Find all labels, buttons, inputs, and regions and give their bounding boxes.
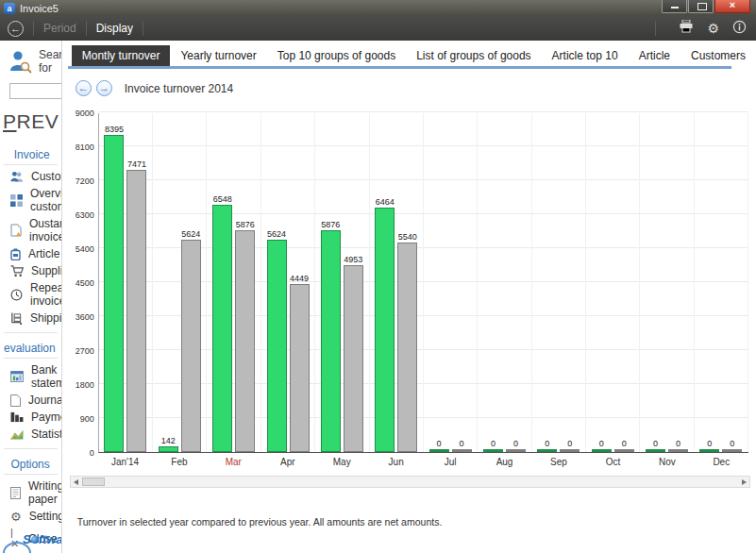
scrollbar-thumb[interactable]	[82, 478, 105, 486]
sidebar-item-statistics[interactable]: Statistics	[4, 426, 58, 443]
sidebar-item-label: Oustanding invoices	[29, 217, 62, 243]
month-label: Sep	[531, 457, 585, 467]
tab-customers[interactable]: Customers	[680, 45, 756, 66]
toolbar-separator	[655, 21, 656, 36]
bar-chart: 0900180027003600450054006300720081009000…	[70, 113, 748, 467]
horizontal-scrollbar[interactable]	[70, 476, 750, 488]
next-period-icon[interactable]: →	[96, 80, 112, 96]
sidebar-item-bank-statements[interactable]: Bank statements	[4, 361, 58, 392]
app-icon: a	[4, 3, 15, 14]
bar-value-label: 0	[676, 439, 680, 448]
softwarenetz-logo: SftwareNetz	[23, 532, 62, 546]
bar	[614, 449, 634, 452]
preview-text: PREV	[3, 110, 59, 135]
sidebar-item-customers[interactable]: Customers	[4, 168, 58, 185]
bar-value-label: 0	[730, 439, 734, 448]
month-group: 56244449	[261, 113, 315, 452]
sidebar-item-label: Payments	[31, 411, 62, 424]
toolbar-separator	[33, 21, 34, 36]
close-button[interactable]	[714, 0, 750, 13]
bar	[321, 230, 341, 452]
month-label: Dec	[695, 457, 748, 467]
y-tick-label: 9000	[76, 109, 94, 118]
sidebar-item-settings[interactable]: ⚙ Settings	[4, 508, 58, 525]
sidebar-item-writing-paper[interactable]: Writing paper	[4, 478, 58, 508]
bar-value-label: 4449	[290, 274, 309, 283]
sidebar-item-overview-customers[interactable]: Overview customers	[4, 185, 58, 215]
bar-value-label: 0	[437, 439, 442, 448]
search-person-icon	[9, 50, 32, 78]
search-row: Search for	[9, 48, 61, 78]
window-title: Invoice5	[20, 3, 59, 14]
gear-icon[interactable]: ⚙	[707, 22, 719, 35]
search-input-row: GO	[9, 83, 61, 99]
logo-part2: ftware	[39, 532, 62, 546]
bar	[126, 170, 146, 452]
sidebar-item-journal[interactable]: Journal	[4, 392, 58, 409]
bar-value-label: 5540	[398, 232, 417, 242]
month-label: Jul	[423, 457, 477, 467]
bar	[537, 449, 557, 452]
sidebar-item-payments[interactable]: Payments	[4, 409, 58, 426]
sidebar-item-label: Shipping	[30, 311, 62, 325]
sidebar: Search for GO PREV 03 11:17 hour Invoice…	[0, 41, 62, 553]
y-tick-label: 4500	[76, 278, 94, 288]
month-group: 83957471	[99, 113, 153, 452]
bar-column: 7471	[126, 159, 146, 452]
info-icon[interactable]	[732, 20, 747, 38]
bar-groups: 8395747114256246548587656244449587649536…	[99, 113, 748, 452]
month-label: Apr	[260, 457, 314, 467]
payments-icon	[10, 411, 24, 423]
tab-article-top10[interactable]: Article top 10	[542, 45, 629, 66]
previous-period-icon[interactable]: ←	[76, 80, 92, 96]
bar-value-label: 8395	[105, 125, 124, 134]
overview-grid-icon	[10, 194, 23, 207]
menu-period[interactable]: Period	[43, 22, 76, 35]
y-tick-label: 3600	[76, 312, 94, 322]
tab-yearly-turnover[interactable]: Yearly turnover	[170, 45, 266, 66]
bar	[560, 449, 580, 452]
sidebar-item-outstanding-invoices[interactable]: Oustanding invoices	[4, 215, 58, 245]
bar	[722, 449, 742, 452]
scroll-left-icon[interactable]	[74, 479, 78, 485]
month-label: May	[315, 457, 369, 467]
month-group: 64645540	[370, 113, 424, 452]
statistics-icon	[10, 428, 24, 440]
bar-column: 0	[614, 439, 634, 452]
toolbar-right-icons: ⚙	[646, 20, 747, 38]
bar	[104, 135, 124, 452]
titlebar: a Invoice5	[0, 0, 756, 16]
bar-value-label: 5624	[181, 229, 200, 239]
bar	[699, 449, 719, 452]
scroll-right-icon[interactable]	[742, 479, 747, 485]
bar-value-label: 142	[161, 436, 176, 445]
writing-paper-icon	[10, 487, 21, 499]
chart-header: ← → Invoice turnover 2014	[76, 80, 756, 96]
main-area: Search for GO PREV 03 11:17 hour Invoice…	[0, 41, 756, 553]
minimize-button[interactable]	[662, 0, 687, 13]
bar-value-label: 5876	[321, 220, 340, 229]
month-group: 65485876	[207, 113, 260, 452]
y-tick-label: 0	[90, 448, 94, 458]
tab-top10-groups[interactable]: Top 10 groups of goods	[267, 45, 406, 66]
y-axis-labels: 0900180027003600450054006300720081009000	[70, 113, 98, 453]
sidebar-item-article[interactable]: Article	[4, 245, 58, 262]
menu-display[interactable]: Display	[96, 22, 133, 35]
month-group: 58764953	[315, 113, 369, 452]
y-tick-label: 7200	[76, 176, 94, 186]
printer-icon[interactable]	[679, 20, 694, 37]
bar	[290, 284, 310, 452]
sidebar-item-repeating-invoices[interactable]: Repeating invoices	[4, 279, 58, 310]
back-icon[interactable]: ←	[8, 21, 24, 37]
bar	[506, 449, 526, 452]
sidebar-item-suppliers[interactable]: Suppliers	[4, 262, 58, 279]
sidebar-item-shipping[interactable]: Shipping	[4, 310, 58, 327]
maximize-button[interactable]	[688, 0, 714, 13]
tab-montly-turnover[interactable]: Montly turnover	[72, 45, 171, 66]
tab-article[interactable]: Article	[629, 45, 680, 66]
sidebar-item-label: Article	[28, 247, 59, 260]
bar-column: 4953	[344, 255, 363, 452]
tab-list-of-groups[interactable]: List of groups of goods	[406, 45, 541, 66]
search-input[interactable]	[9, 83, 62, 99]
month-group: 00	[424, 113, 478, 452]
